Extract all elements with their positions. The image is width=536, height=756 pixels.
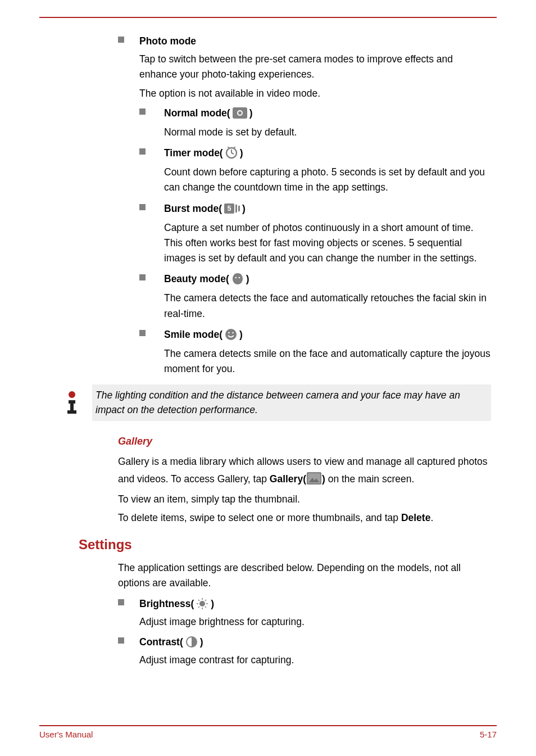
timer-mode-item: Timer mode( )	[118, 146, 491, 160]
gallery-p3: To delete items, swipe to select one or …	[118, 510, 491, 526]
photo-mode-item: Photo mode Tap to switch between the pre…	[118, 34, 491, 101]
settings-heading: Settings	[79, 537, 491, 553]
contrast-label-post: )	[200, 635, 203, 649]
contrast-item: Contrast( ) Adjust image contrast for ca…	[118, 635, 491, 668]
info-icon	[62, 390, 82, 415]
svg-line-34	[205, 600, 206, 601]
svg-point-12	[235, 277, 237, 279]
svg-point-26	[199, 601, 205, 606]
gallery-heading: Gallery	[118, 436, 491, 447]
brightness-desc: Adjust image brightness for capturing.	[139, 614, 491, 630]
beauty-mode-label-pre: Beauty mode(	[164, 271, 229, 286]
camera-icon	[233, 107, 247, 119]
beauty-mode-item: Beauty mode( )	[118, 271, 491, 286]
timer-icon	[225, 147, 238, 159]
svg-point-18	[232, 332, 234, 333]
svg-line-7	[234, 147, 235, 148]
smile-mode-label-pre: Smile mode(	[164, 327, 222, 342]
svg-rect-10	[235, 205, 237, 212]
photo-mode-p2: The option is not available in video mod…	[139, 86, 491, 101]
gallery-p1-bold: Gallery(	[270, 473, 306, 485]
svg-line-31	[198, 600, 199, 601]
svg-point-19	[69, 391, 75, 398]
smile-mode-label-post: )	[239, 327, 243, 342]
svg-point-13	[238, 277, 240, 279]
brightness-label-post: )	[211, 596, 214, 611]
timer-mode-label-post: )	[240, 146, 243, 160]
svg-point-14	[234, 274, 235, 275]
photo-mode-p1: Tap to switch between the pre-set camera…	[139, 52, 491, 82]
note-text: The lighting condition and the distance …	[92, 384, 491, 421]
beauty-mode-label-post: )	[246, 271, 249, 286]
contrast-desc: Adjust image contrast for capturing.	[139, 653, 491, 668]
timer-mode-label-pre: Timer mode(	[164, 146, 223, 160]
gallery-icon	[307, 472, 321, 485]
note-row: The lighting condition and the distance …	[39, 384, 491, 421]
gallery-p2: To view an item, simply tap the thumbnai…	[118, 492, 491, 507]
gallery-p3-bold: Delete	[401, 512, 431, 523]
normal-mode-label-post: )	[249, 106, 253, 120]
svg-rect-11	[238, 206, 240, 211]
burst-icon: 5	[224, 203, 240, 214]
brightness-label-pre: Brightness(	[139, 596, 194, 611]
brightness-icon	[196, 597, 208, 610]
contrast-icon	[185, 636, 198, 648]
svg-rect-22	[67, 410, 76, 414]
normal-mode-label-pre: Normal mode(	[164, 106, 230, 120]
gallery-p3-pre: To delete items, swipe to select one or …	[118, 512, 401, 523]
svg-rect-21	[70, 400, 74, 411]
smile-icon	[225, 328, 237, 341]
svg-line-32	[205, 606, 206, 608]
normal-mode-item: Normal mode( )	[118, 106, 491, 120]
normal-mode-desc: Normal mode is set by default.	[118, 125, 491, 140]
burst-mode-desc: Capture a set number of photos continuou…	[118, 220, 491, 266]
svg-point-2	[238, 111, 242, 115]
footer-left: User's Manual	[39, 730, 93, 739]
svg-line-33	[198, 606, 199, 608]
brightness-item: Brightness( ) Adjust image brightness fo…	[118, 596, 491, 630]
smile-mode-item: Smile mode( )	[118, 327, 491, 342]
gallery-p1-post: on the main screen.	[325, 473, 415, 485]
burst-mode-label-post: )	[242, 201, 246, 216]
gallery-p3-post: .	[430, 512, 433, 523]
beauty-mode-desc: The camera detects the face and automati…	[118, 291, 491, 321]
burst-mode-item: Burst mode( 5 )	[118, 201, 491, 216]
burst-mode-label-pre: Burst mode(	[164, 201, 222, 216]
svg-line-6	[228, 147, 229, 148]
footer-right: 5-17	[480, 730, 497, 739]
svg-point-16	[225, 329, 237, 340]
svg-point-17	[228, 332, 230, 333]
svg-line-5	[231, 153, 234, 154]
smile-mode-desc: The camera detects smile on the face and…	[118, 346, 491, 377]
settings-intro: The application settings are described b…	[118, 560, 491, 591]
beauty-icon	[231, 273, 244, 285]
svg-point-15	[239, 274, 240, 275]
top-rule	[39, 17, 497, 18]
contrast-label-pre: Contrast(	[139, 635, 183, 649]
footer: User's Manual 5-17	[39, 725, 497, 739]
timer-mode-desc: Count down before capturing a photo. 5 s…	[118, 165, 491, 195]
gallery-p1: Gallery is a media library which allows …	[118, 453, 491, 488]
svg-text:5: 5	[228, 205, 231, 212]
photo-mode-title: Photo mode	[139, 34, 196, 48]
